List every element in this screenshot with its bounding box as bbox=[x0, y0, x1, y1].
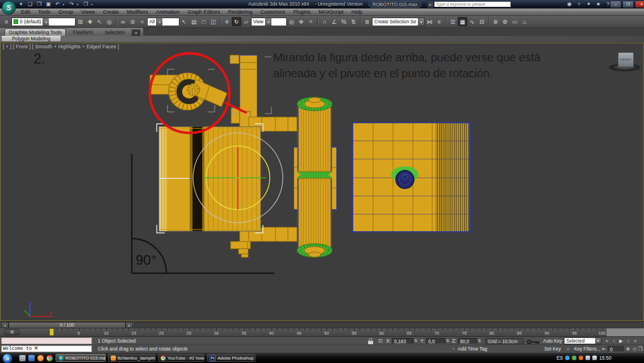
network-icon[interactable] bbox=[586, 356, 590, 360]
menu-customize[interactable]: Customize bbox=[256, 9, 289, 15]
paste-icon[interactable]: ❐ bbox=[82, 1, 90, 7]
robot-hip-cylinder-top[interactable] bbox=[297, 97, 332, 177]
windows-explorer-icon[interactable] bbox=[28, 355, 35, 361]
menu-views[interactable]: Views bbox=[77, 9, 99, 15]
next-frame-button[interactable]: ▸ bbox=[126, 322, 133, 328]
set-key-button[interactable]: Set Key bbox=[542, 345, 563, 352]
tray-icon-orange[interactable] bbox=[579, 356, 583, 360]
robot-hip-cylinder-bottom[interactable] bbox=[297, 173, 332, 257]
absolute-offset-toggle-icon[interactable]: ⊡ bbox=[376, 337, 384, 344]
time-slider-handle[interactable]: 0 / 100 bbox=[9, 322, 126, 328]
graphite-ribbon-toggle-icon[interactable]: ▦ bbox=[458, 17, 467, 26]
save-file-icon[interactable]: ▣ bbox=[44, 1, 52, 7]
start-button[interactable]: ⊞ bbox=[2, 353, 12, 363]
select-and-link-icon[interactable]: ∞ bbox=[118, 17, 128, 26]
panel-tab-polygon-modeling[interactable]: Polygon Modeling bbox=[1, 36, 61, 42]
tab-freeform[interactable]: Freeform bbox=[68, 28, 98, 36]
taskbar-task-photoshop[interactable]: Ps Adobe Photoshop C... bbox=[207, 354, 256, 362]
new-file-icon[interactable]: ❏ bbox=[26, 1, 34, 7]
tray-icon-blue[interactable] bbox=[565, 356, 570, 360]
edit-named-selection-sets-icon[interactable]: ≣ bbox=[362, 17, 372, 26]
menu-group[interactable]: Group bbox=[55, 9, 77, 15]
layer-manager-icon[interactable]: ☰ bbox=[448, 17, 458, 26]
key-selection-dropdown[interactable]: Selected ▾ bbox=[564, 337, 601, 344]
spinner-snap-icon[interactable]: ⇅ bbox=[349, 17, 358, 26]
viewport-front[interactable]: x [ + ] [ Front ] [ Smooth + Highlights … bbox=[0, 43, 644, 321]
chevron-down-icon[interactable]: ▾ bbox=[595, 338, 601, 344]
x-coordinate-field[interactable]: 0,183 bbox=[392, 338, 413, 344]
material-editor-icon[interactable]: ⊛ bbox=[491, 17, 500, 26]
keyboard-override-icon[interactable]: ⌗ bbox=[306, 17, 316, 26]
viewport-label[interactable]: [ + ] [ Front ] [ Smooth + Highlights + … bbox=[3, 44, 119, 49]
y-coordinate-field[interactable]: 0,0 bbox=[426, 338, 445, 344]
render-production-icon[interactable]: ♨ bbox=[520, 17, 529, 26]
unlink-selection-icon[interactable]: ⊘ bbox=[128, 17, 137, 26]
set-key-mode-icon[interactable]: ○ bbox=[564, 345, 572, 352]
open-file-icon[interactable]: ❒ bbox=[35, 1, 43, 7]
layers-flyout-icon[interactable]: ≡ bbox=[2, 17, 11, 26]
menu-graph-editors[interactable]: Graph Editors bbox=[183, 9, 224, 15]
select-and-scale-icon[interactable]: ▱ bbox=[241, 17, 251, 26]
communication-center-icon[interactable]: ✦ bbox=[585, 1, 592, 7]
maxscript-mini-listener-pink[interactable] bbox=[1, 337, 92, 344]
tab-selection[interactable]: Selection bbox=[100, 28, 129, 36]
auto-key-button[interactable]: Auto Key bbox=[542, 337, 563, 344]
redo-caret-icon[interactable]: ▾ bbox=[77, 2, 81, 6]
chevron-down-icon[interactable]: ▾ bbox=[265, 18, 271, 26]
menu-maxscript[interactable]: MAXScript bbox=[315, 9, 348, 15]
close-button[interactable]: ✕ bbox=[635, 1, 644, 8]
firefox-icon[interactable] bbox=[37, 355, 44, 361]
robot-head-box[interactable] bbox=[159, 127, 261, 231]
layer-properties-icon[interactable]: ◎ bbox=[104, 17, 114, 26]
ribbon-minimize-button[interactable]: ▾ bbox=[132, 30, 140, 36]
named-selection-dropdown[interactable]: Create Selection Se ▾ bbox=[372, 18, 425, 26]
curve-editor-icon[interactable]: ∿ bbox=[467, 17, 477, 26]
minimize-button[interactable]: ─ bbox=[610, 1, 621, 8]
current-frame-marker[interactable] bbox=[49, 328, 54, 336]
app-menu-caret-icon[interactable]: ▾ bbox=[17, 1, 25, 7]
viewcube-front-face[interactable]: FRONT bbox=[618, 52, 634, 67]
select-in-layer-icon[interactable]: ↖ bbox=[95, 17, 104, 26]
reference-coordinate-dropdown[interactable]: View ▾ bbox=[251, 18, 287, 26]
favorites-icon[interactable]: ★ bbox=[595, 1, 602, 7]
clock[interactable]: 15:50 bbox=[599, 355, 611, 361]
selection-lock-icon[interactable] bbox=[366, 337, 375, 344]
volume-icon[interactable] bbox=[592, 356, 597, 360]
align-icon[interactable]: ≡ bbox=[434, 17, 444, 26]
mirror-icon[interactable]: ⋈ bbox=[425, 17, 434, 26]
application-menu-button[interactable]: S bbox=[2, 1, 16, 15]
trackbar-ruler[interactable]: 5101520253035404550556065707580859095100 bbox=[0, 328, 644, 336]
select-by-name-icon[interactable]: ▤ bbox=[189, 17, 199, 26]
add-to-layer-icon[interactable]: ✚ bbox=[85, 17, 95, 26]
layer-dropdown[interactable]: 0 (default) ▾ bbox=[11, 18, 76, 26]
maxscript-mini-listener[interactable]: Welcome to M bbox=[1, 345, 92, 352]
maximize-button[interactable]: ❐ bbox=[622, 1, 634, 8]
z-spinner[interactable]: ⇅ bbox=[477, 337, 482, 344]
select-and-manipulate-icon[interactable]: ✜ bbox=[296, 17, 306, 26]
tray-icon-green[interactable] bbox=[572, 356, 576, 360]
key-filters-button[interactable]: Key Filters... bbox=[572, 345, 602, 352]
undo-icon[interactable]: ↶ bbox=[53, 1, 61, 7]
taskbar-task-3dsmax[interactable]: S ROBOTITO 015.max ... bbox=[56, 354, 106, 362]
percent-snap-icon[interactable]: % bbox=[339, 17, 349, 26]
add-time-tag[interactable]: Add Time Tag bbox=[458, 346, 487, 352]
chevron-down-icon[interactable]: ▾ bbox=[43, 18, 49, 26]
window-crossing-icon[interactable]: ◫ bbox=[208, 17, 218, 26]
angle-snap-icon[interactable]: ∠ bbox=[329, 17, 339, 26]
menu-animation[interactable]: Animation bbox=[152, 9, 183, 15]
viewcube[interactable]: FRONT bbox=[608, 50, 642, 72]
maximize-viewport-toggle-icon[interactable]: ❒ bbox=[636, 345, 644, 352]
y-spinner[interactable]: ⇅ bbox=[445, 337, 450, 344]
snap-toggle-icon[interactable]: ∩ bbox=[320, 17, 329, 26]
language-indicator[interactable]: ES bbox=[557, 355, 563, 361]
search-icon[interactable]: ◉ bbox=[566, 1, 573, 7]
current-frame-field[interactable]: 0 bbox=[608, 346, 624, 352]
x-spinner[interactable]: ⇅ bbox=[413, 337, 419, 344]
use-pivot-center-icon[interactable]: ◎ bbox=[287, 17, 296, 26]
menu-rendering[interactable]: Rendering bbox=[224, 9, 257, 15]
time-slider-track[interactable] bbox=[134, 322, 643, 328]
selection-filter-dropdown[interactable]: All ▾ bbox=[147, 18, 179, 26]
select-object-icon[interactable]: ↖ bbox=[179, 17, 189, 26]
select-and-rotate-icon[interactable]: ↻ bbox=[232, 17, 241, 26]
bind-to-spacewarp-icon[interactable]: ≈ bbox=[137, 17, 147, 26]
